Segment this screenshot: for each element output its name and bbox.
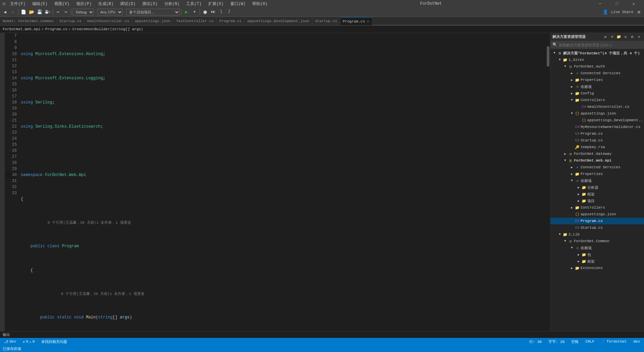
open-button[interactable]: 📂 bbox=[28, 8, 35, 16]
webapi-deps[interactable]: ▼ ⊹ 依赖项 bbox=[550, 177, 644, 184]
solution-root[interactable]: ▼ ⊞ 解决方案"ForDotNet"(4 个项目，共 4 个) bbox=[550, 50, 644, 56]
save-button[interactable]: 💾 bbox=[36, 8, 43, 16]
menu-window[interactable]: 窗口(W) bbox=[228, 0, 248, 7]
menu-file[interactable]: 文件(F) bbox=[8, 0, 28, 7]
undo-button[interactable]: ↩ bbox=[54, 8, 62, 16]
menu-edit[interactable]: 编辑(E) bbox=[30, 0, 50, 7]
webapi-program[interactable]: ▶ C# Program.cs bbox=[550, 218, 644, 224]
menu-extensions[interactable]: 扩展(X) bbox=[206, 0, 226, 7]
forward-button[interactable]: ▶ bbox=[9, 8, 17, 16]
menu-debug[interactable]: 调试(D) bbox=[118, 0, 138, 7]
project-gateway[interactable]: ▶ ⊡ ForDotNet.Gateway bbox=[550, 150, 644, 157]
project-webapi[interactable]: ▼ ⊡ ForDotNet.Web.Api bbox=[550, 157, 644, 164]
menu-help[interactable]: 帮助(H) bbox=[250, 0, 270, 7]
close-button[interactable]: ✕ bbox=[626, 0, 641, 7]
tab-healthcontroller[interactable]: HealthController.cs bbox=[85, 17, 132, 25]
platform-dropdown[interactable]: Any CPU bbox=[97, 9, 123, 15]
start-button[interactable]: ▶ bbox=[183, 8, 190, 16]
errors-item[interactable]: ✕ 0 ⚠ 0 bbox=[21, 338, 36, 345]
step-button[interactable]: ⏭ bbox=[209, 8, 217, 16]
startup-project-dropdown[interactable]: 多个启动项目... bbox=[126, 9, 180, 15]
redo-button[interactable]: ↪ bbox=[62, 8, 70, 16]
webapi-properties[interactable]: ▶ 📁 Properties bbox=[550, 171, 644, 177]
myresource-file[interactable]: ▶ C# MyResourceOwnerValidator.cs bbox=[550, 124, 644, 130]
debug-mode-dropdown[interactable]: Debug bbox=[73, 9, 94, 15]
step-into-button[interactable]: ⤵ bbox=[217, 8, 225, 16]
tab-nuget[interactable]: NuGet: ForDotNet.Common bbox=[0, 17, 57, 25]
encoding-item[interactable]: CRLF bbox=[584, 338, 595, 345]
auth-config[interactable]: ▶ 📁 Config bbox=[550, 90, 644, 97]
common-framework[interactable]: ▶ 📁 框架 bbox=[550, 258, 644, 265]
menu-build[interactable]: 生成(B) bbox=[96, 0, 116, 7]
auth-deps[interactable]: ▶ ⊹ 依赖项 bbox=[550, 83, 644, 90]
start-dropdown-button[interactable]: ▼ bbox=[191, 8, 198, 16]
webapi-controllers[interactable]: ▶ 📁 Controllers bbox=[550, 204, 644, 211]
tab-startup1[interactable]: Startup.cs bbox=[57, 17, 85, 25]
menu-view[interactable]: 视图(V) bbox=[52, 0, 72, 7]
collapse-button[interactable]: ⊟ bbox=[629, 34, 635, 40]
webapi-projects[interactable]: ▶ 📁 项目 bbox=[550, 197, 644, 204]
connected-services-auth[interactable]: ▶ ⚡ Connected Services bbox=[550, 70, 644, 77]
webapi-analyzers[interactable]: ▶ 📁 分析器 bbox=[550, 184, 644, 191]
show-all-files-button[interactable]: 📁 bbox=[616, 34, 622, 40]
output-label[interactable]: 输出 bbox=[3, 332, 10, 337]
properties-button[interactable]: ≡ bbox=[609, 34, 615, 40]
maximize-button[interactable]: □ bbox=[609, 0, 625, 7]
code-lines[interactable]: using Microsoft.Extensions.Hosting; usin… bbox=[19, 33, 546, 331]
auth-appsettings-dev[interactable]: ▶ {} appsettings.Development.json bbox=[550, 117, 644, 124]
user-item[interactable]: 👤 fordotnet bbox=[600, 338, 628, 345]
scrollbar-thumb[interactable] bbox=[547, 46, 549, 67]
problems-item[interactable]: 未找到相关问题 bbox=[40, 338, 68, 345]
project-auth[interactable]: ▼ ⊡ ForDotNet.Auth bbox=[550, 63, 644, 70]
line-item[interactable]: 行: 30 bbox=[528, 338, 543, 345]
menu-tools[interactable]: 工具(T) bbox=[184, 0, 204, 7]
tab-appsettings[interactable]: appsettings.json bbox=[132, 17, 173, 25]
column-item[interactable]: 字节: 20 bbox=[547, 338, 566, 345]
step-over-button[interactable]: ⤴ bbox=[225, 8, 233, 16]
auth-properties[interactable]: ▶ 📁 Properties bbox=[550, 77, 644, 83]
breakpoint-button[interactable]: ⬤ bbox=[201, 8, 209, 16]
project-common[interactable]: ▼ ⊡ ForDotNet.Common bbox=[550, 238, 644, 245]
auth-startup[interactable]: ▶ C# Startup.cs bbox=[550, 137, 644, 144]
refresh-button[interactable]: ↻ bbox=[623, 34, 629, 40]
webapi-startup[interactable]: ▶ C# Startup.cs bbox=[550, 224, 644, 231]
healthcontroller-file[interactable]: ▶ C# HealthController.cs bbox=[550, 103, 644, 110]
tab-program-old[interactable]: Program.cs bbox=[217, 17, 245, 25]
sync-button[interactable]: ⇄ bbox=[602, 34, 608, 40]
git-branch-item[interactable]: ⎇ dev bbox=[3, 338, 17, 345]
live-share-label[interactable]: Live Share bbox=[610, 10, 635, 14]
tree-view[interactable]: ▼ ⊞ 解决方案"ForDotNet"(4 个项目，共 4 个) ▼ 📁 1_S… bbox=[550, 49, 644, 331]
connected-services-webapi[interactable]: ▶ ⚡ Connected Services bbox=[550, 164, 644, 171]
folder-2lib[interactable]: ▼ 📁 2_Lib bbox=[550, 231, 644, 238]
menu-project[interactable]: 项目(P) bbox=[74, 0, 94, 7]
auth-appsettings[interactable]: ▼ {} appsettings.json bbox=[550, 110, 644, 117]
spaces-item[interactable]: 空格 bbox=[570, 338, 580, 345]
dev-branch-item[interactable]: dev bbox=[632, 338, 641, 345]
menu-test[interactable]: 测试(S) bbox=[140, 0, 160, 7]
tab-close-button[interactable]: ✕ bbox=[366, 19, 370, 24]
settings-button[interactable]: ⚙ bbox=[635, 8, 643, 16]
folder-1sites[interactable]: ▼ 📁 1_Sites bbox=[550, 56, 644, 63]
editor-area[interactable]: 7 8 9 10 11 12 13 -14 15 -16 17 18 19 20… bbox=[5, 33, 550, 331]
tempkey-file[interactable]: ▶ 🔑 tempkey.rsa bbox=[550, 144, 644, 150]
save-all-button[interactable]: 💾+ bbox=[44, 8, 51, 16]
common-packages[interactable]: ▶ 📁 包 bbox=[550, 251, 644, 258]
common-deps[interactable]: ▼ ⊹ 依赖项 bbox=[550, 245, 644, 251]
tab-testcontroller[interactable]: TestController.cs bbox=[173, 17, 217, 25]
menu-analyze[interactable]: 分析(N) bbox=[162, 0, 182, 7]
webapi-framework[interactable]: ▶ 📁 框架 bbox=[550, 191, 644, 197]
tab-appsettings-dev[interactable]: appsettings.Development.json bbox=[245, 17, 312, 25]
tab-program-active[interactable]: Program.cs ✕ bbox=[340, 17, 373, 25]
solution-search-input[interactable] bbox=[559, 43, 642, 47]
editor-scrollbar[interactable] bbox=[546, 33, 550, 331]
panel-close-button[interactable]: ✕ bbox=[636, 34, 642, 40]
minimize-button[interactable]: ─ bbox=[592, 0, 608, 7]
auth-controllers[interactable]: ▼ 📁 Controllers bbox=[550, 97, 644, 103]
back-button[interactable]: ◀ bbox=[1, 8, 9, 16]
webapi-appsettings[interactable]: ▶ {} appsettings.json bbox=[550, 211, 644, 218]
tab-startup2[interactable]: Startup.cs bbox=[312, 17, 340, 25]
auth-program[interactable]: ▶ C# Program.cs bbox=[550, 130, 644, 137]
common-extensions[interactable]: ▶ 📁 Extensions bbox=[550, 265, 644, 271]
new-file-button[interactable]: 📄 bbox=[20, 8, 27, 16]
code-container[interactable]: 7 8 9 10 11 12 13 -14 15 -16 17 18 19 20… bbox=[5, 33, 550, 331]
